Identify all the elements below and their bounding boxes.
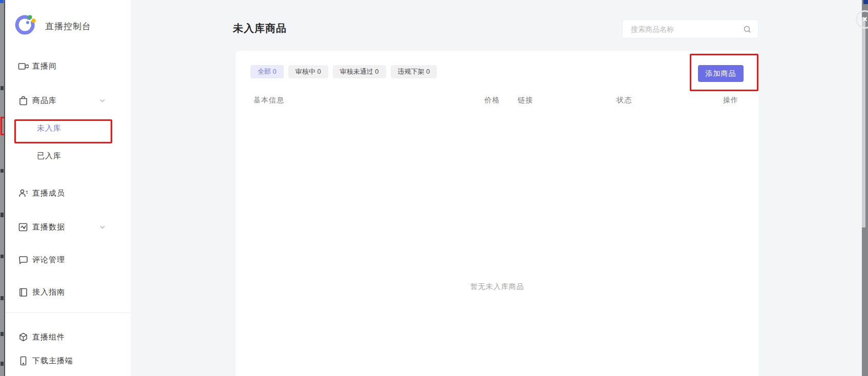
scrollbar-thumb[interactable] (862, 17, 865, 227)
app-title: 直播控制台 (45, 20, 91, 32)
background-window-sliver-left (0, 0, 5, 376)
tab-removed-violation[interactable]: 违规下架 0 (391, 65, 437, 78)
sidebar-item-label: 已入库 (37, 151, 61, 161)
video-camera-icon (18, 61, 29, 72)
sliver-red-annotation-fragment (1, 134, 4, 135)
sidebar-item-label: 未入库 (37, 123, 61, 133)
tab-all[interactable]: 全部 0 (250, 65, 284, 78)
sliver-mark (1, 213, 4, 217)
tab-under-review[interactable]: 审核中 0 (288, 65, 328, 78)
search-box (622, 19, 758, 38)
close-fab-button[interactable]: × (856, 10, 868, 29)
sidebar-item-live-data[interactable]: 直播数据 (5, 219, 131, 235)
search-input[interactable] (623, 20, 758, 38)
table-header-operation: 操作 (723, 96, 738, 105)
sidebar-item-in-stock[interactable]: 已入库 (5, 148, 131, 164)
sidebar-item-label: 评论管理 (32, 255, 65, 265)
sidebar-item-live-members[interactable]: 直播成员 (5, 185, 131, 201)
table-header-link: 链接 (518, 96, 533, 105)
close-icon: × (862, 14, 867, 25)
phone-icon (18, 356, 29, 366)
member-icon (18, 188, 29, 199)
page-title: 未入库商品 (233, 22, 287, 35)
sidebar-item-integration-guide[interactable]: 接入指南 (5, 284, 131, 300)
sidebar-item-label: 直播成员 (32, 189, 65, 198)
chevron-down-icon (99, 223, 106, 231)
comment-icon (18, 255, 29, 265)
live-console-screen: 直播控制台 直播间 商品库 (0, 0, 868, 376)
background-window-sliver-right (862, 0, 868, 376)
sidebar-item-product-library[interactable]: 商品库 (5, 92, 131, 109)
sidebar-item-download-anchor-app[interactable]: 下载主播端 (5, 352, 131, 369)
sidebar-item-label: 商品库 (32, 96, 57, 106)
sliver-mark (1, 86, 4, 90)
sliver-mark (1, 296, 4, 300)
app-logo-icon (14, 14, 37, 39)
table-header-status: 状态 (617, 96, 632, 105)
sliver-red-annotation-fragment (1, 118, 2, 135)
guide-book-icon (18, 287, 29, 298)
sliver-mark (1, 169, 4, 173)
shopping-bag-icon (18, 95, 29, 106)
table-header-row: 基本信息 价格 链接 状态 操作 (236, 96, 759, 106)
sliver-blue-mark (0, 0, 4, 3)
sidebar-item-label: 接入指南 (32, 287, 65, 297)
sidebar-item-comment-management[interactable]: 评论管理 (5, 252, 131, 268)
filter-tabs: 全部 0 审核中 0 审核未通过 0 违规下架 0 (250, 65, 437, 78)
sliver-mark (1, 255, 4, 258)
sidebar-item-not-in-stock[interactable]: 未入库 (5, 120, 131, 136)
chevron-down-icon (99, 97, 106, 104)
add-product-button[interactable]: 添加商品 (698, 65, 744, 82)
tab-review-failed[interactable]: 审核未通过 0 (333, 65, 386, 78)
sidebar-item-label: 直播数据 (32, 222, 65, 232)
table-header-price: 价格 (484, 96, 500, 105)
content-card: 全部 0 审核中 0 审核未通过 0 违规下架 0 添加商品 基本信息 价格 链… (236, 51, 759, 376)
sliver-navy-mark (863, 0, 868, 4)
sidebar: 直播控制台 直播间 商品库 (5, 0, 131, 376)
sidebar-item-label: 下载主播端 (32, 356, 73, 366)
cube-icon (18, 332, 29, 343)
brand: 直播控制台 (14, 13, 91, 39)
sidebar-item-label: 直播间 (32, 61, 57, 71)
sidebar-item-label: 直播组件 (32, 332, 65, 342)
sliver-mark (1, 332, 4, 336)
empty-state-text: 暂无未入库商品 (236, 282, 759, 291)
data-chart-icon (18, 222, 29, 233)
sidebar-divider (5, 312, 131, 313)
sliver-mark (1, 362, 4, 366)
sidebar-item-live-room[interactable]: 直播间 (5, 58, 131, 74)
table-header-basic-info: 基本信息 (253, 96, 284, 105)
sidebar-item-live-components[interactable]: 直播组件 (5, 329, 131, 345)
search-icon[interactable] (743, 25, 752, 36)
